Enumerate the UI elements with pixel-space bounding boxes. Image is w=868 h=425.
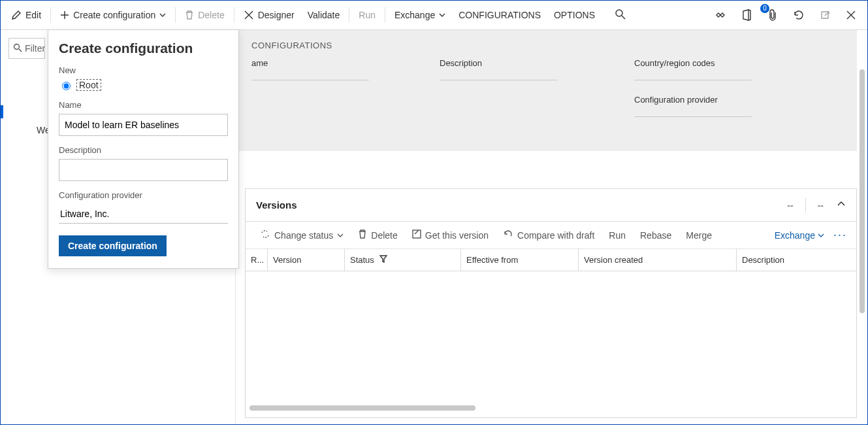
separator [385, 7, 385, 23]
separator [50, 7, 51, 23]
dash-indicator: -- [787, 200, 793, 211]
description-field-input[interactable] [440, 80, 557, 80]
filter-input[interactable]: Filter [8, 38, 45, 59]
refresh-icon [503, 229, 513, 241]
attach-count-badge: 0 [760, 4, 769, 13]
versions-table-header: R... Version Status Effective from Versi… [246, 249, 856, 271]
selection-indicator [1, 105, 3, 118]
refresh-button[interactable] [792, 8, 806, 22]
exchange-label: Exchange [394, 10, 435, 20]
close-button[interactable] [844, 8, 858, 22]
search-icon [13, 43, 22, 54]
vertical-scrollbar[interactable] [860, 69, 865, 313]
compare-label: Compare with draft [517, 230, 594, 241]
chevron-down-icon [439, 10, 445, 20]
edit-button[interactable]: Edit [5, 1, 48, 29]
options-tab[interactable]: OPTIONS [547, 1, 602, 29]
collapse-button[interactable] [837, 199, 846, 211]
separator [234, 7, 234, 23]
office-icon[interactable] [739, 8, 754, 22]
pencil-icon [11, 10, 22, 20]
edit-box-icon [412, 230, 421, 241]
right-column: CONFIGURATIONS ame Description Country/r… [236, 30, 867, 424]
rebase-label: Rebase [640, 230, 671, 241]
change-status-button[interactable]: Change status [255, 226, 349, 244]
create-config-submit-button[interactable]: Create configuration [59, 235, 167, 256]
create-config-dropdown: Create configuration New Root Name Descr… [48, 29, 239, 269]
name-field-input[interactable] [251, 80, 369, 80]
exchange-menu[interactable]: Exchange [388, 1, 452, 29]
validate-button[interactable]: Validate [301, 1, 347, 29]
root-radio[interactable] [62, 82, 71, 90]
create-config-label: Create configuration [73, 10, 155, 20]
system-icons: 0 [713, 8, 863, 22]
root-radio-label[interactable]: Root [76, 79, 101, 91]
version-exchange-menu[interactable]: Exchange [775, 230, 824, 241]
details-section: CONFIGURATIONS ame Description Country/r… [236, 30, 857, 151]
versions-title: Versions [256, 199, 297, 211]
col-effective[interactable]: Effective from [461, 249, 579, 271]
attachments-button[interactable]: 0 [765, 8, 780, 22]
svg-point-0 [616, 10, 622, 16]
country-codes-field-input[interactable] [634, 80, 752, 80]
name-input[interactable] [59, 114, 228, 136]
change-status-label: Change status [274, 230, 333, 241]
provider-display [59, 204, 228, 224]
search-button[interactable] [608, 1, 633, 29]
designer-icon [244, 10, 254, 20]
filter-placeholder: Filter [25, 43, 45, 54]
main-toolbar: Edit Create configuration Delete Designe… [1, 1, 867, 30]
search-icon [615, 8, 626, 22]
get-version-label: Get this version [425, 230, 489, 241]
version-exchange-label: Exchange [775, 230, 815, 241]
separator [349, 7, 349, 23]
version-delete-button[interactable]: Delete [353, 226, 402, 244]
cycle-icon [260, 229, 270, 241]
merge-button[interactable]: Merge [681, 228, 717, 243]
trash-icon [185, 10, 194, 20]
options-label: OPTIONS [554, 10, 595, 20]
merge-label: Merge [686, 230, 712, 241]
col-status[interactable]: Status [345, 249, 461, 271]
connector-icon[interactable] [713, 8, 728, 22]
create-config-button[interactable]: Create configuration [54, 1, 172, 29]
delete-label: Delete [198, 10, 224, 20]
svg-point-1 [14, 44, 20, 49]
open-new-button[interactable] [818, 8, 832, 22]
horizontal-scrollbar[interactable] [249, 405, 475, 411]
versions-header: Versions -- -- [246, 189, 856, 222]
run-label: Run [359, 10, 376, 20]
version-run-button[interactable]: Run [603, 228, 631, 243]
description-input[interactable] [59, 159, 228, 181]
chevron-down-icon [818, 230, 824, 241]
provider-field-label: Configuration provider [634, 95, 778, 105]
get-version-button[interactable]: Get this version [407, 227, 494, 243]
configurations-label: CONFIGURATIONS [458, 10, 541, 20]
name-label: Name [59, 100, 228, 110]
trash-icon [358, 229, 367, 241]
versions-panel: Versions -- -- Change status [245, 188, 857, 418]
more-actions-button[interactable]: ··· [833, 228, 847, 242]
col-created[interactable]: Version created [579, 249, 737, 271]
col-status-label: Status [350, 255, 374, 265]
country-codes-field-label: Country/region codes [634, 58, 778, 68]
configurations-tab[interactable]: CONFIGURATIONS [452, 1, 547, 29]
version-delete-label: Delete [371, 230, 397, 241]
rebase-button[interactable]: Rebase [635, 228, 677, 243]
edit-label: Edit [25, 10, 41, 20]
separator [175, 7, 176, 23]
compare-button[interactable]: Compare with draft [498, 226, 600, 244]
section-title: CONFIGURATIONS [251, 41, 841, 50]
designer-button[interactable]: Designer [237, 1, 301, 29]
provider-field-input[interactable] [634, 116, 752, 117]
col-version[interactable]: Version [268, 249, 345, 271]
new-label: New [59, 65, 228, 75]
col-r[interactable]: R... [246, 249, 268, 271]
plus-icon [60, 10, 69, 20]
description-label: Description [59, 145, 228, 155]
dash-indicator: -- [818, 200, 824, 211]
designer-label: Designer [258, 10, 295, 20]
name-field-label: ame [251, 58, 395, 68]
svg-rect-2 [413, 230, 421, 238]
col-description[interactable]: Description [737, 249, 856, 271]
